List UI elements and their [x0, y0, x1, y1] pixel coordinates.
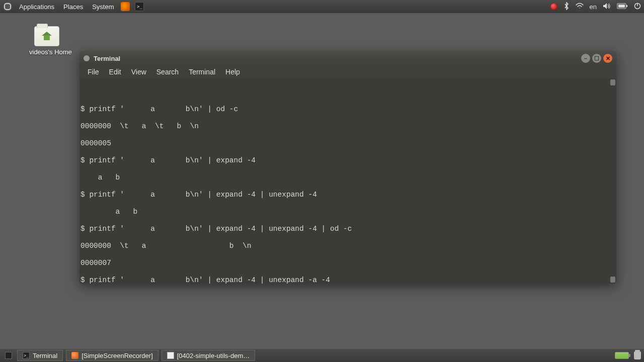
terminal-line: a b: [80, 208, 137, 216]
terminal-window: Terminal – ☐ ✕ File Edit View Search Ter…: [79, 51, 616, 284]
taskbar-item-label: Terminal: [33, 352, 57, 359]
taskbar-item-label: [0402-simple-utils-dem…: [177, 352, 250, 359]
terminal-icon: >_: [23, 352, 30, 359]
bluetooth-icon[interactable]: [564, 2, 570, 12]
recording-indicator-icon[interactable]: [550, 3, 557, 10]
battery-widget-icon[interactable]: [615, 352, 629, 359]
top-panel: Applications Places System en: [0, 0, 644, 13]
menu-view[interactable]: View: [126, 68, 151, 76]
document-icon: [167, 352, 174, 359]
menu-search[interactable]: Search: [151, 68, 184, 76]
menu-help[interactable]: Help: [220, 68, 245, 76]
wifi-icon[interactable]: [576, 3, 584, 11]
terminal-line: $ printf ' a b\n' | expand -4 | unexpand…: [80, 191, 317, 199]
volume-icon[interactable]: [603, 3, 611, 11]
taskbar: >_ Terminal [SimpleScreenRecorder] [0402…: [0, 349, 644, 362]
svg-rect-2: [618, 5, 625, 8]
show-desktop-button[interactable]: [3, 350, 14, 361]
taskbar-item-terminal[interactable]: >_ Terminal: [17, 350, 63, 361]
menubar: File Edit View Search Terminal Help: [79, 65, 616, 78]
battery-icon[interactable]: [617, 3, 628, 11]
terminal-body[interactable]: $ printf ' a b\n' | od -c 0000000 \t a \…: [79, 78, 616, 284]
taskbar-item-label: [SimpleScreenRecorder]: [82, 352, 153, 359]
menu-system[interactable]: System: [88, 3, 118, 11]
maximize-button[interactable]: ☐: [592, 54, 601, 63]
menu-file[interactable]: File: [83, 68, 104, 76]
close-button[interactable]: ✕: [603, 54, 612, 63]
menu-terminal[interactable]: Terminal: [184, 68, 220, 76]
svg-rect-1: [626, 5, 627, 7]
scrollbar-up-icon[interactable]: [610, 79, 615, 85]
firefox-icon[interactable]: [121, 2, 130, 11]
terminal-line: $ printf ' a b\n' | od -c: [80, 105, 238, 113]
terminal-line: 0000000 \t a \t b \n: [80, 122, 199, 130]
desktop-icon-label: videos's Home: [29, 48, 64, 56]
show-desktop-icon: [5, 352, 12, 359]
menu-edit[interactable]: Edit: [104, 68, 126, 76]
terminal-line: 0000007: [80, 259, 111, 267]
taskbar-item-document[interactable]: [0402-simple-utils-dem…: [162, 350, 256, 361]
terminal-line: 0000000 \t a b \n: [80, 242, 251, 250]
recorder-icon: [71, 352, 78, 359]
terminal-launcher-icon[interactable]: [135, 2, 144, 11]
distro-logo-icon[interactable]: [3, 2, 12, 11]
scrollbar-down-icon[interactable]: [610, 277, 615, 283]
menu-applications[interactable]: Applications: [15, 3, 58, 11]
menu-places[interactable]: Places: [59, 3, 87, 11]
folder-icon: [34, 26, 59, 46]
power-icon[interactable]: [634, 3, 641, 11]
terminal-line: $ printf ' a b\n' | expand -4 | unexpand…: [80, 276, 330, 284]
terminal-line: a b: [80, 173, 120, 182]
window-title: Terminal: [94, 55, 120, 62]
terminal-line: 0000005: [80, 139, 111, 147]
titlebar[interactable]: Terminal – ☐ ✕: [79, 51, 616, 65]
trash-icon[interactable]: [634, 351, 641, 359]
minimize-button[interactable]: –: [581, 54, 590, 63]
taskbar-item-recorder[interactable]: [SimpleScreenRecorder]: [66, 350, 158, 361]
terminal-line: $ printf ' a b\n' | expand -4 | unexpand…: [80, 225, 352, 233]
keyboard-layout-indicator[interactable]: en: [590, 3, 597, 11]
terminal-line: $ printf ' a b\n' | expand -4: [80, 156, 256, 164]
titlebar-app-icon: [84, 55, 90, 61]
home-glyph-icon: [42, 32, 52, 41]
desktop-home-folder[interactable]: videos's Home: [29, 26, 64, 56]
